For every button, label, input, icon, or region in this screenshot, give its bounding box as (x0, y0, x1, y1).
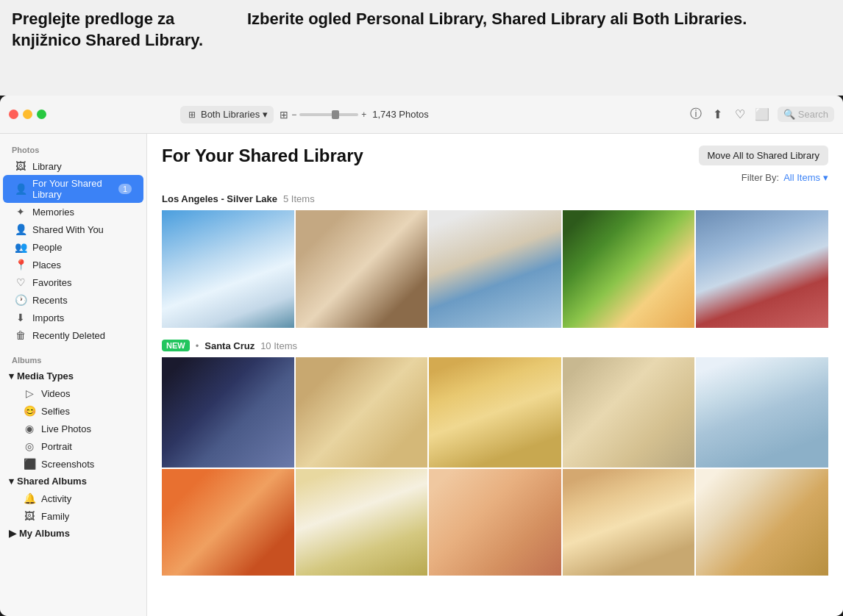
zoom-plus[interactable]: + (361, 110, 366, 120)
sidebar-item-places-label: Places (32, 259, 61, 271)
sidebar-item-recently-deleted-label: Recently Deleted (32, 330, 105, 341)
photo-item[interactable] (696, 210, 828, 328)
sidebar-item-shared-library-label: For Your Shared Library (32, 178, 113, 200)
photo-count: 1,743 Photos (372, 109, 429, 120)
shared-library-icon: 👤 (15, 183, 26, 195)
section2-header: NEW • Santa Cruz 10 Items (162, 340, 828, 351)
section1-header: Los Angeles - Silver Lake 5 Items (162, 193, 828, 204)
photo-item[interactable] (296, 357, 428, 468)
sidebar-item-favorites[interactable]: ♡ Favorites (3, 273, 143, 291)
sidebar-item-favorites-label: Favorites (32, 277, 71, 288)
sidebar-item-shared-with-you[interactable]: 👤 Shared With You (3, 221, 143, 238)
photo-item[interactable] (696, 357, 828, 468)
section2-location: Santa Cruz (204, 340, 255, 351)
live-photos-icon: ◉ (24, 423, 35, 434)
heart-icon[interactable]: ♡ (733, 108, 747, 121)
sidebar-item-activity[interactable]: 🔔 Activity (3, 490, 143, 507)
sidebar-item-recents[interactable]: 🕐 Recents (3, 291, 143, 309)
albums-section-label: Albums (0, 350, 146, 368)
photo-item[interactable] (563, 210, 695, 328)
filter-row: Filter By: All Items ▾ (162, 172, 828, 183)
zoom-minus[interactable]: − (291, 110, 296, 120)
filter-button[interactable]: All Items ▾ (783, 172, 828, 183)
sidebar-item-videos[interactable]: ▷ Videos (3, 384, 143, 402)
photo-item[interactable] (296, 210, 428, 328)
sidebar-item-recents-label: Recents (32, 295, 68, 306)
sidebar-item-people[interactable]: 👥 People (3, 238, 143, 256)
shared-library-badge: 1 (118, 184, 132, 194)
sidebar-item-library[interactable]: 🖼 Library (3, 157, 143, 175)
screenshots-icon: ⬛ (24, 458, 35, 470)
photo-item[interactable] (296, 469, 428, 576)
sidebar: Photos 🖼 Library 👤 For Your Shared Libra… (0, 134, 147, 616)
close-button[interactable] (9, 110, 18, 119)
titlebar: ⊞ Both Libraries ▾ ⊞ − + 1,743 Photos ⓘ … (0, 96, 843, 134)
rotate-icon[interactable]: ⬜ (755, 108, 769, 121)
media-types-group[interactable]: ▾ Media Types (3, 368, 143, 384)
section1-photo-grid (162, 210, 828, 328)
content-panel: For Your Shared Library Move All to Shar… (147, 134, 843, 616)
family-icon: 🖼 (24, 510, 35, 522)
sidebar-item-live-photos[interactable]: ◉ Live Photos (3, 420, 143, 437)
sidebar-item-recently-deleted[interactable]: 🗑 Recently Deleted (3, 326, 143, 344)
content-header: For Your Shared Library Move All to Shar… (162, 146, 828, 166)
photo-item[interactable] (563, 469, 695, 576)
zoom-icon: ⊞ (280, 109, 288, 121)
sidebar-item-portrait-label: Portrait (41, 441, 72, 452)
fullscreen-button[interactable] (37, 110, 46, 119)
sidebar-item-screenshots-label: Screenshots (41, 459, 94, 470)
sidebar-item-live-photos-label: Live Photos (41, 423, 91, 434)
sidebar-item-selfies[interactable]: 😊 Selfies (3, 402, 143, 420)
info-icon[interactable]: ⓘ (689, 108, 702, 121)
library-selector[interactable]: ⊞ Both Libraries ▾ (180, 106, 274, 123)
memories-icon: ✦ (15, 206, 26, 218)
filter-label: Filter By: (741, 172, 779, 183)
activity-icon: 🔔 (24, 493, 35, 504)
shared-albums-group[interactable]: ▾ Shared Albums (3, 473, 143, 490)
library-icon: 🖼 (15, 160, 26, 172)
photos-section-label: Photos (0, 140, 146, 157)
sidebar-item-family[interactable]: 🖼 Family (3, 507, 143, 525)
section2-new-badge: NEW (162, 340, 190, 351)
sidebar-item-places[interactable]: 📍 Places (3, 256, 143, 273)
tooltip-overlay: Preglejte predloge za knjižnico Shared L… (0, 0, 843, 96)
chevron-down-icon: ▾ (263, 109, 268, 120)
tooltip-right: Izberite ogled Personal Library, Shared … (235, 0, 843, 96)
photo-item[interactable] (429, 469, 561, 576)
traffic-lights (9, 110, 46, 119)
section1-location: Los Angeles - Silver Lake (162, 193, 277, 204)
photo-item[interactable] (563, 357, 695, 468)
library-selector-icon: ⊞ (186, 109, 198, 121)
shared-with-you-icon: 👤 (15, 223, 26, 235)
my-albums-group[interactable]: ▶ My Albums (3, 525, 143, 542)
move-all-button[interactable]: Move All to Shared Library (699, 146, 828, 165)
photo-item[interactable] (162, 210, 294, 328)
search-icon: 🔍 (783, 109, 795, 120)
photo-item[interactable] (696, 469, 828, 576)
photo-item[interactable] (162, 469, 294, 576)
main-content: Photos 🖼 Library 👤 For Your Shared Libra… (0, 134, 843, 616)
photo-item[interactable] (429, 210, 561, 328)
people-icon: 👥 (15, 241, 26, 253)
sidebar-item-imports[interactable]: ⬇ Imports (3, 309, 143, 326)
sidebar-item-selfies-label: Selfies (41, 406, 70, 417)
photo-item[interactable] (429, 357, 561, 468)
sidebar-item-memories[interactable]: ✦ Memories (3, 203, 143, 221)
minimize-button[interactable] (23, 110, 32, 119)
search-box[interactable]: 🔍 Search (778, 107, 834, 122)
imports-icon: ⬇ (15, 312, 26, 323)
sidebar-item-for-shared-library[interactable]: 👤 For Your Shared Library 1 (3, 175, 143, 203)
sidebar-item-memories-label: Memories (32, 207, 74, 218)
recents-icon: 🕐 (15, 294, 26, 306)
zoom-slider[interactable] (299, 113, 358, 116)
sidebar-item-screenshots[interactable]: ⬛ Screenshots (3, 455, 143, 473)
places-icon: 📍 (15, 259, 26, 271)
sidebar-item-portrait[interactable]: ◎ Portrait (3, 437, 143, 455)
my-albums-collapse-icon: ▶ (9, 528, 16, 539)
photo-item[interactable] (162, 357, 294, 468)
zoom-control: ⊞ − + (280, 109, 366, 121)
portrait-icon: ◎ (24, 440, 35, 452)
sidebar-item-family-label: Family (41, 511, 69, 522)
share-icon[interactable]: ⬆ (711, 108, 725, 121)
titlebar-controls: ⊞ Both Libraries ▾ ⊞ − + 1,743 Photos (180, 106, 429, 123)
